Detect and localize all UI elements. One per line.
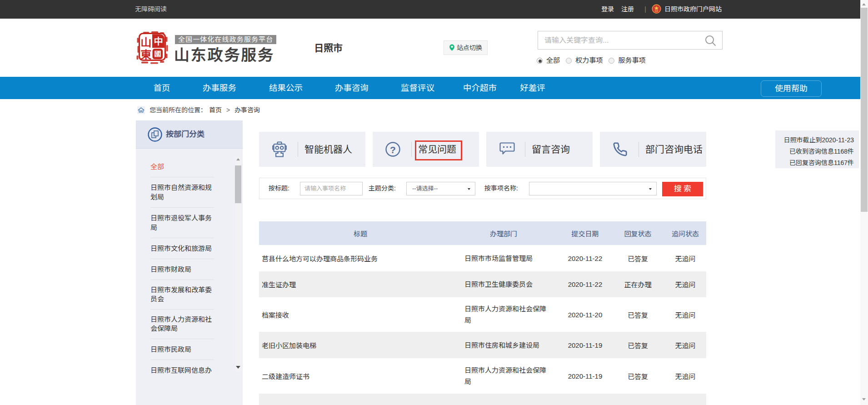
svg-text:?: ? [390,145,396,155]
svg-text:中: 中 [154,36,163,46]
svg-text:山: 山 [140,36,151,49]
svg-text:東: 東 [140,49,152,61]
svg-text:國: 國 [154,50,161,58]
